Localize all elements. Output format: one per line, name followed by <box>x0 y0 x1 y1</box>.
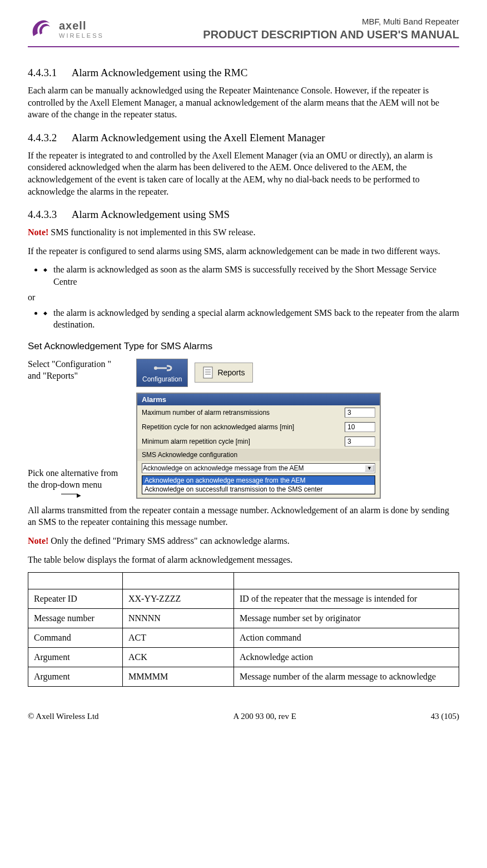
page-footer: © Axell Wireless Ltd A 200 93 00, rev E … <box>28 712 459 721</box>
panel-row-min-cycle: Minimum alarm repetition cycle [min] <box>137 434 380 449</box>
panel-label: Maximum number of alarm retransmissions <box>142 409 340 416</box>
wrench-icon <box>151 363 173 374</box>
page-header: axell WIRELESS MBF, Multi Band Repeater … <box>28 17 459 47</box>
dropdown-option-sms-center[interactable]: Acknowledge on successfull transmission … <box>142 485 375 494</box>
note-label: Note! <box>28 227 48 237</box>
section-4-4-3-1-heading: 4.4.3.1 Alarm Acknowledgement using the … <box>28 67 459 79</box>
header-title: PRODUCT DESCRIPTION AND USER'S MANUAL <box>203 28 459 41</box>
sms-bullet-list: the alarm is acknowledged as soon as the… <box>43 264 459 287</box>
note-label: Note! <box>28 536 48 545</box>
table-row: Message number NNNNN Message number set … <box>28 609 459 628</box>
table-cell: Repeater ID <box>28 589 123 609</box>
post-text-1: All alarms transmitted from the repeater… <box>28 504 459 528</box>
alarms-panel: Alarms Maximum number of alarm retransmi… <box>136 393 381 499</box>
svg-point-1 <box>154 366 157 370</box>
table-cell: ACT <box>123 628 234 648</box>
repetition-cycle-input[interactable] <box>345 422 375 432</box>
section-4-4-3-2-heading: 4.4.3.2 Alarm Acknowledgement using the … <box>28 132 459 144</box>
section-title: Alarm Acknowledgement using the Axell El… <box>72 132 325 143</box>
table-cell <box>234 573 459 589</box>
section-number: 4.4.3.3 <box>28 209 69 221</box>
configuration-button-label: Configuration <box>142 375 182 383</box>
chevron-down-icon: ▼ <box>365 465 374 472</box>
table-row <box>28 573 459 589</box>
reports-button[interactable]: Reports <box>195 363 253 383</box>
panel-row-max-retrans: Maximum number of alarm retransmissions <box>137 405 380 420</box>
table-row: Argument MMMMM Message number of the ala… <box>28 667 459 687</box>
sms-bullet-list-2: the alarm is acknowledged by sending a s… <box>43 307 459 331</box>
table-row: Repeater ID XX-YY-ZZZZ ID of the repeate… <box>28 589 459 609</box>
table-cell: XX-YY-ZZZZ <box>123 589 234 609</box>
panel-label: Minimum alarm repetition cycle [min] <box>142 438 340 445</box>
table-cell: Action command <box>234 628 459 648</box>
alarms-panel-title: Alarms <box>137 394 380 405</box>
note-text: Only the defined "Primary SMS address" c… <box>48 536 289 545</box>
list-item: the alarm is acknowledged by sending a s… <box>43 307 459 331</box>
table-row: Argument ACK Acknowledge action <box>28 648 459 667</box>
table-cell: Acknowledge action <box>234 648 459 667</box>
post-text-2: The table below displays the format of a… <box>28 554 459 566</box>
sms-body-1: If the repeater is configured to send al… <box>28 245 459 257</box>
section-title: Alarm Acknowledgement using SMS <box>72 209 230 220</box>
section-title: Alarm Acknowledgement using the RMC <box>72 67 248 78</box>
footer-center: A 200 93 00, rev E <box>233 712 296 721</box>
configuration-button[interactable]: Configuration <box>136 359 188 387</box>
table-cell <box>28 573 123 589</box>
section-4-4-3-2-body: If the repeater is integrated to and con… <box>28 150 459 197</box>
logo-swirl-icon <box>28 17 56 42</box>
primary-sms-note: Note! Only the defined "Primary SMS addr… <box>28 535 459 547</box>
logo-sub-text: WIRELESS <box>59 32 104 39</box>
header-product: MBF, Multi Band Repeater <box>203 17 459 26</box>
section-number: 4.4.3.1 <box>28 67 69 79</box>
or-separator: or <box>28 292 459 302</box>
table-cell: NNNNN <box>123 609 234 628</box>
note-text: SMS functionality is not implemented in … <box>48 227 255 237</box>
dropdown-selected-value: Acknowledge on acknowledge message from … <box>143 464 304 472</box>
sms-ack-config-label: SMS Acknowledge configuration <box>137 449 380 461</box>
min-repetition-cycle-input[interactable] <box>345 437 375 447</box>
table-cell: Argument <box>28 667 123 687</box>
panel-row-rep-cycle: Repetition cycle for non acknowledged al… <box>137 420 380 434</box>
table-cell: Message number of the alarm message to a… <box>234 667 459 687</box>
dropdown-option-aem[interactable]: Acknowledge on acknowledge message from … <box>142 476 375 485</box>
table-cell <box>123 573 234 589</box>
table-cell: Command <box>28 628 123 648</box>
logo: axell WIRELESS <box>28 17 104 42</box>
reports-button-label: Reports <box>217 368 245 377</box>
ack-message-format-table: Repeater ID XX-YY-ZZZZ ID of the repeate… <box>28 572 459 687</box>
table-row: Command ACT Action command <box>28 628 459 648</box>
header-right: MBF, Multi Band Repeater PRODUCT DESCRIP… <box>203 17 459 41</box>
table-cell: ID of the repeater that the message is i… <box>234 589 459 609</box>
footer-right: 43 (105) <box>431 712 459 721</box>
sms-note: Note! SMS functionality is not implement… <box>28 226 459 239</box>
list-item: the alarm is acknowledged as soon as the… <box>43 264 459 287</box>
dropdown-options-list: Acknowledge on acknowledge message from … <box>142 475 375 494</box>
document-icon <box>203 366 213 379</box>
sms-ack-dropdown[interactable]: Acknowledge on acknowledge message from … <box>142 463 375 473</box>
table-cell: ACK <box>123 648 234 667</box>
section-number: 4.4.3.2 <box>28 132 69 144</box>
arrow-icon: ▶ <box>61 494 78 494</box>
footer-left: © Axell Wireless Ltd <box>28 712 99 721</box>
step-1-label: Select "Configuration " and "Reports" <box>28 359 125 382</box>
section-4-4-3-3-heading: 4.4.3.3 Alarm Acknowledgement using SMS <box>28 209 459 221</box>
max-retransmissions-input[interactable] <box>345 408 375 418</box>
config-step-1: Select "Configuration " and "Reports" Co… <box>28 359 459 387</box>
section-4-4-3-1-body: Each alarm can be manually acknowledged … <box>28 85 459 121</box>
set-ack-subheading: Set Acknowledgement Type for SMS Alarms <box>28 341 459 352</box>
table-cell: Argument <box>28 648 123 667</box>
svg-rect-2 <box>203 367 212 378</box>
step-2-label: Pick one alternative from the drop-down … <box>28 468 125 491</box>
table-cell: Message number set by originator <box>234 609 459 628</box>
config-step-2: Pick one alternative from the drop-down … <box>28 393 459 499</box>
table-cell: MMMMM <box>123 667 234 687</box>
table-cell: Message number <box>28 609 123 628</box>
logo-brand-text: axell <box>59 19 104 32</box>
panel-label: Repetition cycle for non acknowledged al… <box>142 423 340 431</box>
